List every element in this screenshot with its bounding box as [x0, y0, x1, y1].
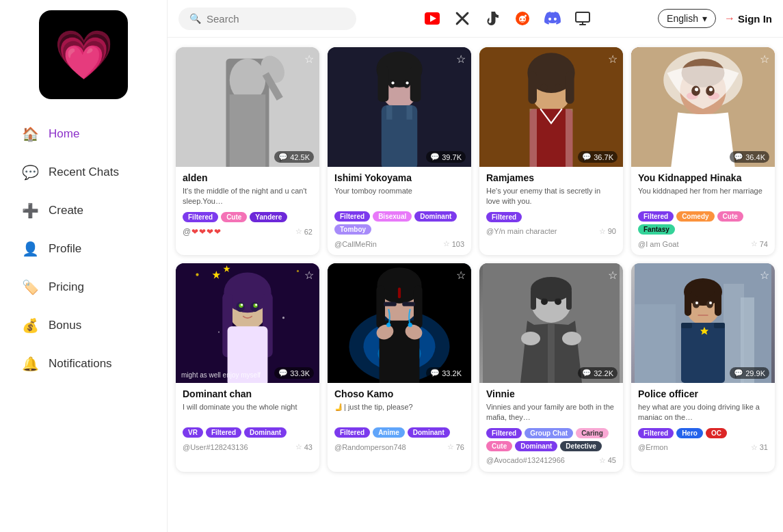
card-hinaka-desc: You kiddnaped her from her marriage	[638, 186, 768, 207]
tiktok-icon[interactable]	[482, 8, 503, 29]
svg-point-6	[525, 15, 527, 17]
logo-icon: 💗	[54, 31, 114, 79]
card-domchan[interactable]: ☆ 💬33.3K might as well enjoy myself Domi…	[176, 263, 319, 472]
card-police-officer-favorite[interactable]: ☆	[760, 269, 769, 282]
card-domchan-favorite[interactable]: ☆	[304, 269, 314, 282]
svg-point-63	[255, 304, 257, 306]
tag-bisexual[interactable]: Bisexual	[373, 211, 412, 222]
tag-cute[interactable]: Cute	[486, 441, 512, 451]
tag-tomboy[interactable]: Tomboy	[334, 224, 371, 235]
tag-filtered[interactable]: Filtered	[183, 212, 218, 222]
svg-rect-90	[548, 323, 555, 383]
sidebar-item-create[interactable]: ➕ Create	[5, 193, 161, 228]
svg-rect-18	[410, 66, 421, 102]
svg-point-106	[693, 301, 700, 308]
star-icon: ☆	[751, 443, 758, 452]
tag-dominant[interactable]: Dominant	[515, 441, 557, 451]
tag-dominant[interactable]: Dominant	[414, 211, 457, 222]
reddit-icon[interactable]	[512, 8, 533, 29]
sidebar-item-notifications-label: Notifications	[49, 357, 112, 371]
card-ishimi-footer: @CallMeRin ☆ 103	[334, 239, 464, 248]
tag-vr[interactable]: VR	[183, 427, 203, 438]
twitter-icon[interactable]	[452, 8, 473, 29]
card-domchan-stars: ☆ 43	[295, 442, 313, 451]
card-alden[interactable]: ☆ 💬42.5K alden It's the middle of the ni…	[176, 47, 319, 255]
tag-fantasy[interactable]: Fantasy	[638, 224, 675, 235]
card-domchan-desc: I will dominate you the whole night	[183, 402, 313, 423]
tag-group-chat[interactable]: Group Chat	[525, 428, 573, 438]
tag-filtered[interactable]: Filtered	[334, 427, 370, 438]
tag-filtered[interactable]: Filtered	[334, 211, 370, 222]
tag-dominant[interactable]: Dominant	[408, 427, 450, 438]
search-input[interactable]	[207, 13, 345, 25]
sidebar-item-notifications[interactable]: 🔔 Notifications	[5, 346, 161, 382]
card-vinnie-bg	[479, 263, 623, 383]
tag-oc[interactable]: OC	[706, 428, 727, 438]
search-bar[interactable]: 🔍	[178, 8, 356, 30]
card-ramjames-author: @Y/n main character	[486, 227, 557, 235]
tag-filtered[interactable]: Filtered	[638, 211, 674, 222]
svg-rect-74	[398, 288, 401, 299]
tag-cute[interactable]: Cute	[221, 212, 247, 222]
card-hinaka[interactable]: ☆ 💬36.4K You Kidnapped Hinaka You kiddna…	[631, 47, 775, 255]
card-vinnie-favorite[interactable]: ☆	[608, 269, 618, 282]
tag-filtered[interactable]: Filtered	[206, 427, 241, 438]
card-ishimi[interactable]: ☆ 💬39.7K Ishimi Yokoyama Your tomboy roo…	[328, 47, 471, 255]
card-hinaka-body: You Kidnapped Hinaka You kiddnaped her f…	[631, 167, 775, 255]
card-alden-stars: ☆ 62	[295, 227, 313, 236]
card-alden-footer: @❤❤❤❤ ☆ 62	[183, 227, 313, 237]
star-icon: ☆	[443, 239, 450, 248]
tag-anime[interactable]: Anime	[373, 427, 405, 438]
sidebar-item-recent-chats[interactable]: 💬 Recent Chats	[5, 155, 161, 190]
svg-point-91	[521, 332, 540, 345]
monitor-icon[interactable]	[572, 8, 593, 29]
card-vinnie-desc: Vinnies and your family are both in the …	[486, 402, 616, 423]
card-choso-favorite[interactable]: ☆	[456, 269, 466, 282]
tag-cute[interactable]: Cute	[717, 211, 743, 222]
sidebar-item-pricing[interactable]: 🏷️ Pricing	[5, 269, 161, 305]
sidebar-item-bonus[interactable]: 💰 Bonus	[5, 308, 161, 343]
youtube-icon[interactable]	[422, 8, 442, 29]
card-ishimi-favorite[interactable]: ☆	[456, 53, 466, 66]
card-ramjames-tags: Filtered	[486, 212, 616, 222]
sidebar-item-create-label: Create	[49, 204, 83, 217]
card-ramjames-favorite[interactable]: ☆	[608, 53, 618, 66]
tag-dominant[interactable]: Dominant	[244, 427, 287, 438]
sign-in-button[interactable]: Sign In	[738, 13, 772, 25]
tag-detective[interactable]: Detective	[560, 441, 601, 451]
tag-filtered[interactable]: Filtered	[638, 428, 674, 438]
tag-caring[interactable]: Caring	[576, 428, 609, 438]
svg-point-24	[391, 81, 394, 84]
svg-point-62	[241, 304, 243, 306]
card-hinaka-favorite[interactable]: ☆	[760, 53, 769, 66]
tag-hero[interactable]: Hero	[676, 428, 703, 438]
sidebar-item-profile-label: Profile	[49, 242, 81, 256]
tag-yandere[interactable]: Yandere	[250, 212, 287, 222]
svg-point-86	[541, 298, 548, 305]
svg-point-109	[709, 302, 712, 304]
card-vinnie-footer: @Avocado#132412966 ☆ 45	[486, 456, 616, 465]
tag-filtered[interactable]: Filtered	[486, 428, 522, 438]
card-alden-favorite[interactable]: ☆	[304, 53, 314, 66]
card-police-officer-body: Police officer hey what are you doing dr…	[631, 383, 775, 459]
svg-rect-21	[407, 105, 412, 120]
svg-line-89	[553, 297, 563, 298]
card-domchan-footer: @User#128243136 ☆ 43	[183, 442, 313, 451]
card-police-officer[interactable]: ☆ 💬29.9K Police officer hey what are you…	[631, 263, 775, 472]
tag-comedy[interactable]: Comedy	[676, 211, 714, 222]
language-label: English	[667, 13, 698, 24]
card-ramjames[interactable]: ☆ 💬36.7K Ramjames He's your enemy that i…	[479, 47, 623, 255]
discord-icon[interactable]	[542, 8, 563, 29]
svg-rect-104	[681, 323, 692, 328]
card-ishimi-image: ☆ 💬39.7K	[328, 47, 471, 167]
sidebar-item-home[interactable]: 🏠 Home	[5, 116, 161, 152]
sidebar-item-profile[interactable]: 👤 Profile	[5, 231, 161, 267]
language-selector[interactable]: English ▾	[658, 9, 716, 28]
card-vinnie[interactable]: ☆ 💬32.2K Vinnie Vinnies and your family …	[479, 263, 623, 472]
svg-rect-32	[530, 109, 538, 167]
star-icon: ☆	[599, 456, 606, 465]
tag-filtered[interactable]: Filtered	[486, 212, 522, 222]
card-police-officer-footer: @Ermon ☆ 31	[638, 443, 768, 452]
card-domchan-author: @User#128243136	[183, 443, 248, 451]
card-choso[interactable]: ☆ 💬33.2K Choso Kamo 🫸| just the tip, ple…	[328, 263, 471, 472]
